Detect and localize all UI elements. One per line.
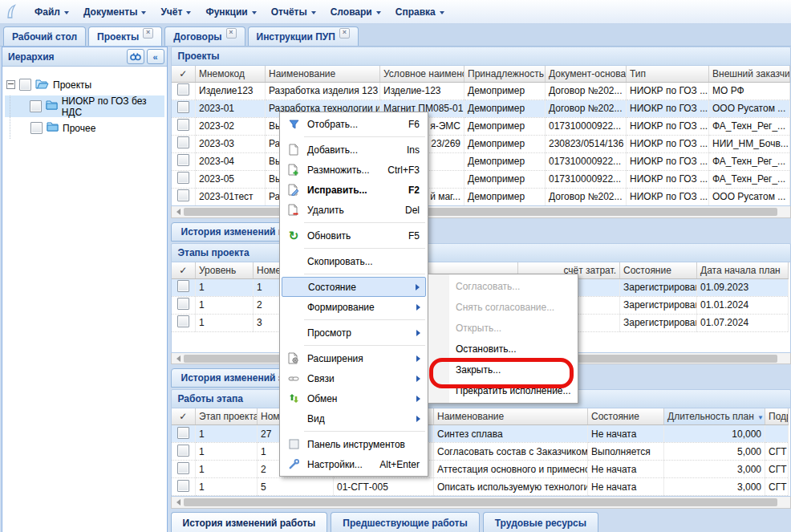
submenu-item[interactable]: Снять согласование... [428,297,578,318]
column-header[interactable]: Длительность план▼ [664,408,765,425]
app-tab[interactable]: Договоры× [164,26,245,46]
row-checkbox[interactable] [177,101,189,113]
context-menu-item[interactable]: Просмотр [282,323,426,343]
column-header[interactable]: Уровень [196,262,254,279]
column-header[interactable]: Наименование [266,66,380,83]
column-header[interactable]: Состояние [620,262,697,279]
row-checkbox[interactable] [177,280,189,292]
tree-item[interactable]: Проекты [5,74,164,95]
column-header[interactable]: Состояние [588,408,664,425]
close-tab-icon[interactable]: × [143,28,153,39]
context-menu-item[interactable]: Добавить...Ins [282,140,426,160]
submenu-item[interactable]: Открыть... [428,318,578,339]
table-row[interactable]: 2023-05ВыпДемопример017310000922...НИОКР… [172,170,790,188]
table-row[interactable]: Изделие123Разработка изделия 123Изделие-… [172,82,790,99]
context-menu-item[interactable]: Отобрать...F6 [282,114,426,134]
select-all-header[interactable]: ✓ [172,408,196,425]
row-checkbox[interactable] [177,445,189,457]
menubar-item[interactable]: Документы [76,3,153,21]
context-menu-item[interactable]: Скопировать... [282,251,426,271]
column-header[interactable]: Тип [627,66,709,83]
projects-hscrollbar[interactable] [171,206,791,218]
menubar-item[interactable]: Файл [27,3,76,21]
checkbox[interactable] [30,122,43,134]
column-header[interactable]: Условное наименова [380,66,464,83]
submenu-item[interactable]: Прекратить исполнение... [428,380,578,401]
works-hscrollbar[interactable] [171,497,791,509]
menubar-item[interactable]: Учёт [153,3,198,21]
bottom-tab[interactable]: История изменений работы [171,512,328,532]
close-tab-icon[interactable]: × [226,28,237,39]
scroll-left-arrow-icon[interactable] [176,499,181,506]
checkbox[interactable] [30,100,42,112]
tree-expander-icon[interactable] [6,80,15,89]
table-row[interactable]: 2023-01Разработка технологии иМагнит ПМ0… [172,99,790,117]
row-checkbox[interactable] [177,119,189,131]
checkbox[interactable] [19,79,31,91]
context-menu-item[interactable]: Состояние [282,277,426,297]
close-tab-icon[interactable]: × [339,28,350,39]
column-header[interactable]: Мнемокод [196,66,266,83]
context-menu-item[interactable]: Расширения [282,348,426,368]
tree-item[interactable]: Прочее [5,117,164,139]
menubar-item[interactable]: Функции [198,3,263,21]
menubar-item[interactable]: Словари [323,3,388,21]
context-menu-item[interactable]: Настройки...Alt+Enter [282,454,426,474]
row-checkbox[interactable] [177,136,189,148]
row-checkbox[interactable] [177,298,189,310]
context-menu-item[interactable]: Обмен [282,388,426,408]
column-header[interactable]: Документ-основан [546,66,627,83]
table-row[interactable]: 1501-СГТ-005Описать используемую техноло… [172,478,789,496]
select-all-header[interactable]: ✓ [172,262,196,279]
row-checkbox[interactable] [177,172,189,184]
app-tab[interactable]: Проекты× [88,26,162,46]
row-checkbox[interactable] [177,83,189,95]
row-checkbox[interactable] [177,189,189,201]
column-header[interactable]: Принадлежность [464,66,546,83]
menubar-item[interactable]: Справка [388,3,452,21]
context-menu-item[interactable]: УдалитьDel [282,200,426,220]
context-menu-item[interactable]: Панель инструментов [282,434,426,454]
submenu-item[interactable]: Согласовать... [428,276,578,297]
app-tab[interactable]: Инструкции ПУП× [248,26,359,46]
context-menu-item[interactable]: Связи [282,368,426,388]
menubar-item[interactable]: Отчёты [264,3,323,21]
row-checkbox[interactable] [177,315,189,327]
column-header[interactable]: Дата начала план [697,262,789,279]
tree-item[interactable]: НИОКР по ГОЗ без НДС [5,95,164,117]
context-menu-item[interactable]: Размножить...Ctrl+F3 [282,160,426,180]
context-menu-item[interactable]: Формирование [282,297,426,317]
submenu-item[interactable]: Закрыть... [428,359,578,380]
column-header[interactable]: Наименование [434,408,588,425]
row-checkbox[interactable] [177,154,189,166]
collapse-panel-button[interactable]: « [147,49,164,64]
row-checkbox[interactable] [177,480,189,492]
column-header[interactable]: Внешний заказчик [709,66,790,83]
context-menu-item[interactable]: Исправить...F2 [282,180,426,200]
bottom-tab[interactable]: Трудовые ресурсы [483,512,598,532]
bottom-tab[interactable]: Предшествующие работы [331,512,479,532]
table-row[interactable]: 11Согласовать состав с ЗаказчикомВыполня… [172,443,789,461]
context-menu-item[interactable]: Вид [282,408,426,428]
column-header[interactable]: Этап проекта [196,408,258,425]
table-row[interactable]: 2023-04ВыпДемопример017310000922...НИОКР… [172,152,790,170]
table-row[interactable]: 2023-03Разр23/269Демопример230823/0514/1… [172,135,790,152]
search-button[interactable] [127,49,144,64]
scroll-left-arrow-icon[interactable] [176,355,181,362]
table-row[interactable]: 2023-02Выпя-ЭМСДемопример017310000922...… [172,117,790,135]
row-checkbox[interactable] [177,462,189,474]
row-checkbox[interactable] [177,427,189,439]
menubar-items: ФайлДокументыУчётФункцииОтчётыСловариСпр… [27,3,452,21]
app-tab[interactable]: Рабочий стол [3,26,86,46]
table-row[interactable]: 127Синтез сплаваНе начата10,000 [172,425,789,443]
table-row[interactable]: 12Аттестация основного и примесног...Не … [172,461,789,478]
scroll-thumb[interactable] [184,208,778,216]
scroll-left-arrow-icon[interactable] [176,209,181,215]
submenu-item[interactable]: Остановить... [428,339,578,359]
context-menu-item[interactable]: ↻ОбновитьF5 [282,225,426,246]
scroll-thumb[interactable] [184,498,778,506]
column-header[interactable]: Подр [765,408,789,425]
table-row[interactable]: 2023-01тестРазрй маг...ДемопримерДоговор… [172,188,790,205]
menubar: ФайлДокументыУчётФункцииОтчётыСловариСпр… [0,0,791,24]
select-all-header[interactable]: ✓ [172,66,196,83]
